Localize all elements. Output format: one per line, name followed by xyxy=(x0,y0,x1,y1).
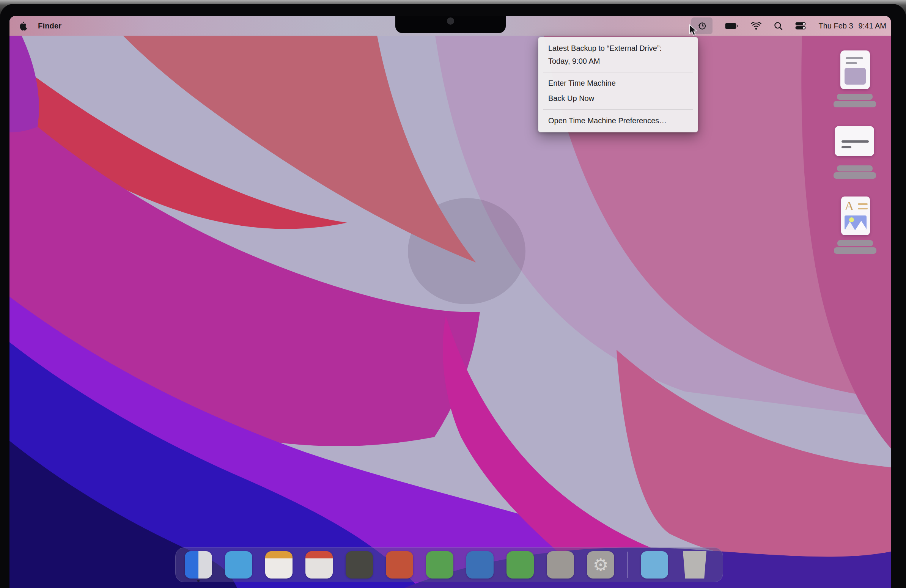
file-label-line xyxy=(834,247,876,254)
running-app-indicator xyxy=(197,580,199,582)
time-machine-menu: Latest Backup to “External Drive”: Today… xyxy=(538,37,698,132)
menu-bar-time: 9:41 AM xyxy=(858,22,886,30)
file-label-line xyxy=(837,166,873,172)
spotlight-search-icon[interactable] xyxy=(774,22,783,30)
dock-app-green-2[interactable] xyxy=(507,551,534,578)
wifi-icon[interactable] xyxy=(751,22,761,30)
menu-item-enter-time-machine[interactable]: Enter Time Machine xyxy=(538,75,698,91)
file-label-line xyxy=(837,240,873,246)
desktop-icon-document[interactable] xyxy=(841,51,883,107)
macos-desktop-screenshot: { "device": { "name": "macbook-display-w… xyxy=(0,0,906,588)
dock-app-green-1[interactable] xyxy=(426,551,453,578)
time-machine-clock-icon xyxy=(697,21,707,31)
dock-app-dark-gray[interactable] xyxy=(346,551,373,578)
menu-bar-clock[interactable]: Thu Feb 3 9:41 AM xyxy=(818,22,886,30)
menu-item-back-up-now[interactable]: Back Up Now xyxy=(538,91,698,106)
dock-app-calendar-orange[interactable] xyxy=(265,551,292,578)
active-app-menu[interactable]: Finder xyxy=(38,22,61,30)
file-label-line xyxy=(837,94,873,100)
dock-system-preferences[interactable]: ⚙ xyxy=(587,551,614,578)
menu-separator xyxy=(543,109,693,110)
dock-trash[interactable] xyxy=(681,551,708,578)
dock-app-blue-2[interactable] xyxy=(466,551,494,578)
document-file-icon xyxy=(841,51,870,89)
rich-text-file-icon: A xyxy=(841,196,870,235)
dock-app-calendar-red[interactable] xyxy=(305,551,333,578)
letter-a-glyph: A xyxy=(845,199,854,213)
tm-backup-time-line: Today, 9:00 AM xyxy=(538,54,698,68)
desktop-icon-note[interactable] xyxy=(835,126,877,179)
desktop-wallpaper xyxy=(10,16,891,588)
tm-latest-backup-line: Latest Backup to “External Drive”: xyxy=(538,43,698,54)
display-notch xyxy=(396,16,506,33)
dock-app-red[interactable] xyxy=(386,551,413,578)
arrow-cursor xyxy=(689,24,697,37)
menu-separator xyxy=(543,72,693,72)
file-label-line xyxy=(834,172,876,178)
battery-full-icon[interactable] xyxy=(725,23,738,29)
thumbnail-image xyxy=(845,215,866,230)
gear-icon: ⚙ xyxy=(587,551,614,578)
dock-app-blue[interactable] xyxy=(225,551,252,578)
menu-bar-date: Thu Feb 3 xyxy=(818,22,853,30)
menu-item-open-time-machine-preferences[interactable]: Open Time Machine Preferences… xyxy=(538,113,698,128)
file-label-line xyxy=(834,101,876,107)
dock-app-gray[interactable] xyxy=(547,551,574,578)
note-file-icon xyxy=(835,126,874,156)
dock: ⚙ xyxy=(175,547,723,582)
notch-camera-dot xyxy=(447,18,454,25)
dock-separator xyxy=(627,551,628,578)
apple-logo[interactable] xyxy=(19,21,27,31)
dock-finder[interactable] xyxy=(185,551,212,578)
screen: Finder xyxy=(10,16,891,588)
dock-app-lightblue[interactable] xyxy=(641,551,668,578)
control-center-icon[interactable] xyxy=(795,22,806,30)
desktop-icon-rich-text[interactable]: A xyxy=(841,196,884,254)
